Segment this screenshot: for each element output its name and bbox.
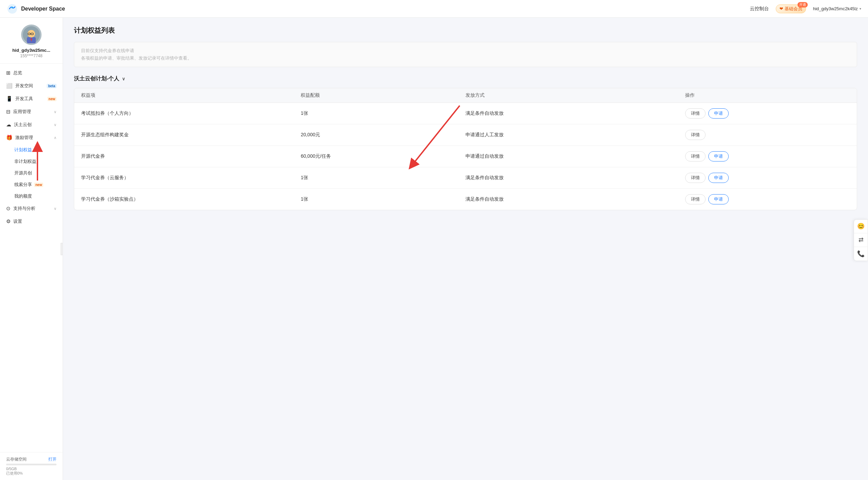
new-badge: new	[47, 97, 57, 101]
apply-button[interactable]: 申请	[708, 194, 729, 204]
dev-tools-icon: 📱	[6, 96, 13, 102]
table-row: 学习代金券（云服务） 1张 满足条件自动发放 详情 申请	[74, 167, 857, 189]
sidebar-item-overview[interactable]: ⊞ 总览	[0, 66, 63, 79]
sub-item-lead-share[interactable]: 线索分享 new	[14, 179, 63, 190]
float-emoji-btn[interactable]: 😊	[854, 220, 868, 233]
sub-item-label: 计划权益	[14, 147, 32, 153]
notice-box: 目前仅支持代金券在线申请 各项权益的申请、审批结果、发放记录可在详情中查看。	[74, 42, 857, 67]
dropdown-icon: ∨	[122, 76, 125, 81]
main-content: 计划权益列表 目前仅支持代金券在线申请 各项权益的申请、审批结果、发放记录可在详…	[63, 18, 868, 480]
sidebar-item-label: 沃土云创	[14, 122, 51, 128]
annotation-arrows	[63, 18, 868, 480]
app-mgmt-icon: ⊟	[6, 109, 11, 115]
svg-point-1	[11, 6, 13, 9]
sidebar-item-label: 应用管理	[13, 109, 51, 115]
storage-usage-text: 已使用0%	[6, 471, 57, 476]
cloud-console-link[interactable]: 云控制台	[750, 6, 769, 12]
benefit-name: 学习代金券（沙箱实验点）	[81, 196, 301, 202]
notice-line-2: 各项权益的申请、审批结果、发放记录可在详情中查看。	[81, 55, 850, 61]
benefit-release: 申请通过人工发放	[465, 132, 685, 138]
sidebar-profile: hid_gdy3w25mc... 155****7748	[0, 18, 63, 64]
sidebar-item-dev-tools[interactable]: 📱 开发工具 new	[0, 92, 63, 105]
settings-icon: ⚙	[6, 218, 11, 224]
benefit-quota: 1张	[301, 196, 465, 202]
sub-item-non-plan-rights[interactable]: 非计划权益	[14, 156, 63, 167]
benefit-quota: 20,000元	[301, 132, 465, 138]
row-actions: 详情 申请	[685, 151, 850, 161]
incentive-icon: 🎁	[6, 135, 13, 141]
sub-item-open-source[interactable]: 开源共创	[14, 167, 63, 179]
beta-badge: beta	[47, 84, 57, 88]
float-share-btn[interactable]: ⇄	[854, 233, 868, 247]
benefit-release: 满足条件自动发放	[465, 175, 685, 181]
user-dropdown[interactable]: hid_gdy3w25mc2k45lz ▾	[813, 6, 861, 11]
overview-icon: ⊞	[6, 70, 11, 76]
heart-icon: ❤	[779, 6, 783, 11]
row-actions: 详情 申请	[685, 194, 850, 204]
detail-button[interactable]: 详情	[685, 194, 706, 204]
avatar	[21, 25, 42, 45]
row-actions: 详情	[685, 130, 850, 140]
sidebar-username: hid_gdy3w25mc...	[12, 48, 50, 53]
benefit-release: 满足条件自动发放	[465, 110, 685, 117]
benefit-name: 考试抵扣券（个人方向）	[81, 110, 301, 117]
storage-header: 云存储空间 打开	[6, 456, 57, 462]
sidebar-item-label: 开发工具	[15, 96, 45, 102]
benefits-table: 权益项 权益配额 发放方式 操作 考试抵扣券（个人方向） 1张 满足条件自动发放…	[74, 88, 857, 210]
app-title: Developer Space	[21, 6, 65, 12]
sidebar-item-dev-space[interactable]: ⬜ 开发空间 beta	[0, 79, 63, 92]
storage-bar	[6, 464, 57, 465]
sidebar-item-settings[interactable]: ⚙ 设置	[0, 215, 63, 228]
membership-badge[interactable]: ❤ 基础会员 开通	[776, 4, 806, 13]
apply-button[interactable]: 申请	[708, 173, 729, 183]
apply-button[interactable]: 申请	[708, 151, 729, 161]
storage-size: 0/5GB	[6, 467, 57, 471]
detail-button[interactable]: 详情	[685, 130, 706, 140]
topnav-left: Developer Space	[7, 3, 65, 14]
collapse-icon: ∨	[54, 110, 57, 114]
wotu-cloud-icon: ☁	[6, 122, 11, 128]
sub-item-plan-rights[interactable]: 计划权益	[14, 144, 63, 156]
sidebar-item-incentive-mgmt[interactable]: 🎁 激励管理 ∧	[0, 131, 63, 144]
table-header: 权益项 权益配额 发放方式 操作	[74, 88, 857, 103]
notice-line-1: 目前仅支持代金券在线申请	[81, 48, 850, 54]
sub-item-label: 非计划权益	[14, 158, 36, 165]
sidebar-item-label: 设置	[13, 218, 57, 224]
sidebar-phone: 155****7748	[20, 53, 42, 58]
section-title: 沃土云创计划-个人	[74, 75, 119, 82]
sidebar-item-app-mgmt[interactable]: ⊟ 应用管理 ∨	[0, 105, 63, 118]
sidebar-item-wotu-cloud[interactable]: ☁ 沃土云创 ∨	[0, 118, 63, 131]
float-phone-btn[interactable]: 📞	[854, 247, 868, 261]
col-header-name: 权益项	[81, 92, 301, 98]
sidebar-collapse-handle[interactable]: ‹	[61, 243, 63, 255]
sidebar-item-label: 激励管理	[15, 135, 51, 141]
apply-button[interactable]: 申请	[708, 108, 729, 119]
detail-button[interactable]: 详情	[685, 173, 706, 183]
sidebar-item-support[interactable]: ⊙ 支持与分析 ∨	[0, 202, 63, 215]
sidebar-footer: 云存储空间 打开 0/5GB 已使用0%	[0, 452, 63, 480]
benefit-release: 申请通过自动发放	[465, 153, 685, 159]
upgrade-tag: 开通	[798, 2, 808, 7]
benefit-name: 开源生态组件构建奖金	[81, 132, 301, 138]
col-header-action: 操作	[685, 92, 850, 98]
detail-button[interactable]: 详情	[685, 151, 706, 161]
incentive-submenu: 计划权益 非计划权益 开源共创 线索分享 new 我的额度	[0, 144, 63, 202]
collapse-icon: ∨	[54, 123, 57, 127]
detail-button[interactable]: 详情	[685, 108, 706, 119]
sub-item-label: 我的额度	[14, 193, 32, 199]
new-badge: new	[34, 183, 43, 187]
collapse-icon: ∨	[54, 206, 57, 211]
support-icon: ⊙	[6, 205, 11, 212]
chevron-down-icon: ▾	[859, 7, 861, 11]
sub-item-label: 线索分享	[14, 182, 32, 188]
svg-point-0	[7, 4, 17, 14]
expand-icon: ∧	[54, 136, 57, 140]
storage-label: 云存储空间	[6, 456, 27, 462]
float-panel: 😊 ⇄ 📞	[854, 219, 868, 261]
logo-icon	[7, 3, 18, 14]
benefit-quota: 1张	[301, 110, 465, 117]
sub-item-my-quota[interactable]: 我的额度	[14, 190, 63, 202]
topnav: Developer Space 云控制台 ❤ 基础会员 开通 hid_gdy3w…	[0, 0, 868, 18]
section-header[interactable]: 沃土云创计划-个人 ∨	[74, 75, 857, 82]
storage-open-link[interactable]: 打开	[48, 456, 57, 462]
